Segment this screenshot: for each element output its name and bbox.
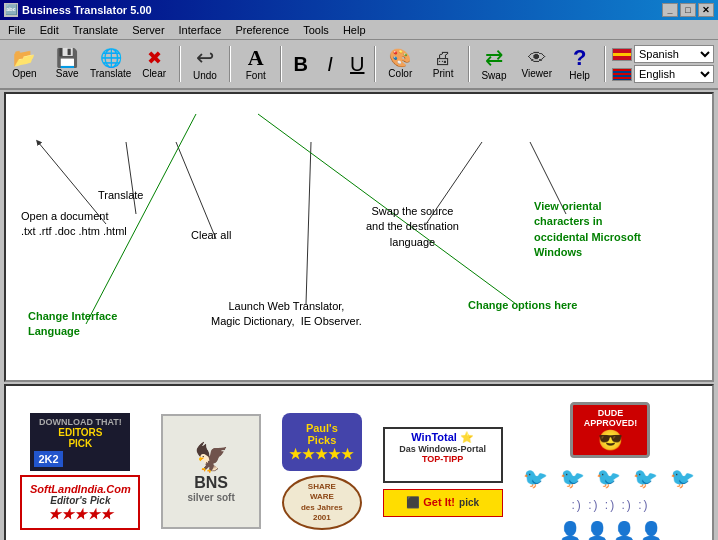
right-badges-col: WinTotal ⭐ Das Windows-Portal TOP-TIPP ⬛… (383, 427, 503, 517)
menu-preference[interactable]: Preference (229, 22, 295, 38)
bold-button[interactable]: B (286, 42, 315, 86)
viewer-button[interactable]: 👁 Viewer (516, 42, 557, 86)
menu-file[interactable]: File (2, 22, 32, 38)
window-title: Business Translator 5.00 (22, 4, 152, 16)
clear-icon: ✖ (147, 49, 162, 67)
source-language-select[interactable]: Spanish French German English (634, 45, 714, 63)
underline-button[interactable]: U (345, 42, 370, 86)
separator-3 (280, 46, 282, 82)
source-lang-row: Spanish French German English (612, 45, 714, 63)
undo-button[interactable]: ↩ Undo (185, 42, 226, 86)
birds-badge: 🐦 🐦 🐦 🐦 🐦 (523, 466, 697, 490)
svg-line-2 (176, 142, 216, 239)
pauls-picks-badge: Paul's Picks ★★★★★ (282, 413, 362, 471)
menu-tools[interactable]: Tools (297, 22, 335, 38)
annotation-swap: Swap the sourceand the destinationlangua… (366, 204, 459, 250)
minimize-button[interactable]: _ (662, 3, 678, 17)
menu-interface[interactable]: Interface (173, 22, 228, 38)
menu-edit[interactable]: Edit (34, 22, 65, 38)
color-label: Color (388, 68, 412, 79)
softland-badge: SoftLandIndia.Com Editor's Pick ★★★★★ (20, 475, 140, 530)
main-content-area: Open a document.txt .rtf .doc .htm .html… (4, 92, 714, 382)
annotation-change-interface: Change InterfaceLanguage (28, 309, 117, 340)
save-button[interactable]: 💾 Save (47, 42, 88, 86)
viewer-label: Viewer (522, 68, 552, 79)
annotation-web-translator: Launch Web Translator,Magic Dictionary, … (211, 299, 362, 330)
clear-label: Clear (142, 68, 166, 79)
menu-translate[interactable]: Translate (67, 22, 124, 38)
bold-icon: B (293, 54, 307, 74)
separator-6 (604, 46, 606, 82)
window-controls: _ □ ✕ (662, 3, 714, 17)
separator-4 (374, 46, 376, 82)
viewer-icon: 👁 (528, 49, 546, 67)
annotation-change-options: Change options here (468, 299, 577, 311)
faces-badge: 👤 👤 👤 👤 (559, 520, 662, 541)
extra-badges-col: DUDE APPROVED! 😎 🐦 🐦 🐦 🐦 🐦 :) :) :) :) :… (523, 402, 697, 541)
save-label: Save (56, 68, 79, 79)
separator-5 (468, 46, 470, 82)
translate-button[interactable]: 🌐 Translate (90, 42, 132, 86)
open-button[interactable]: 📂 Open (4, 42, 45, 86)
clear-button[interactable]: ✖ Clear (134, 42, 175, 86)
menu-help[interactable]: Help (337, 22, 372, 38)
spanish-flag-icon (612, 48, 632, 61)
underline-icon: U (350, 54, 364, 74)
banner-area: DOWNLOAD THAT! EDITORS PICK 2K2 SoftLand… (4, 384, 714, 540)
app-icon: 🔤 (4, 3, 18, 17)
svg-line-1 (126, 142, 136, 214)
swap-icon: ⇄ (485, 47, 503, 69)
separator-2 (229, 46, 231, 82)
font-label: Font (246, 70, 266, 81)
translate-icon: 🌐 (100, 49, 122, 67)
print-icon: 🖨 (434, 49, 452, 67)
print-button[interactable]: 🖨 Print (423, 42, 464, 86)
translate-label: Translate (90, 68, 131, 79)
wintotal-badge: WinTotal ⭐ Das Windows-Portal TOP-TIPP (383, 427, 503, 483)
help-button[interactable]: ? Help (559, 42, 600, 86)
swap-button[interactable]: ⇄ Swap (474, 42, 515, 86)
menu-bar: File Edit Translate Server Interface Pre… (0, 20, 718, 40)
bns-badge: 🦅 BNS silver soft (161, 414, 261, 529)
help-icon: ? (573, 47, 586, 69)
maximize-button[interactable]: □ (680, 3, 696, 17)
getit-badge: ⬛ Get It! pick (383, 489, 503, 517)
annotation-open-doc: Open a document.txt .rtf .doc .htm .html (21, 209, 127, 240)
svg-line-6 (306, 142, 311, 304)
dude-approved-badge: DUDE APPROVED! 😎 (570, 402, 650, 458)
annotation-translate: Translate (98, 189, 143, 201)
dest-lang-row: English Spanish French German (612, 65, 714, 83)
help-label: Help (569, 70, 590, 81)
font-icon: A (248, 47, 264, 69)
language-selectors: Spanish French German English English Sp… (612, 45, 714, 83)
close-button[interactable]: ✕ (698, 3, 714, 17)
shareware-badge: SHAREWAREdes Jahres2001 (282, 475, 362, 530)
smileys-badge: :) :) :) :) :) (571, 498, 649, 512)
print-label: Print (433, 68, 454, 79)
editors-pick-badge: DOWNLOAD THAT! EDITORS PICK 2K2 (30, 413, 130, 471)
middle-badges-col: Paul's Picks ★★★★★ SHAREWAREdes Jahres20… (282, 413, 362, 530)
open-icon: 📂 (13, 49, 35, 67)
undo-label: Undo (193, 70, 217, 81)
italic-icon: I (327, 54, 333, 74)
menu-server[interactable]: Server (126, 22, 170, 38)
font-button[interactable]: A Font (235, 42, 276, 86)
open-label: Open (12, 68, 36, 79)
separator-1 (179, 46, 181, 82)
dest-language-select[interactable]: English Spanish French German (634, 65, 714, 83)
swap-label: Swap (481, 70, 506, 81)
color-button[interactable]: 🎨 Color (380, 42, 421, 86)
undo-icon: ↩ (196, 47, 214, 69)
english-flag-icon (612, 68, 632, 81)
toolbar: 📂 Open 💾 Save 🌐 Translate ✖ Clear ↩ Undo… (0, 40, 718, 90)
title-bar: 🔤 Business Translator 5.00 _ □ ✕ (0, 0, 718, 20)
annotation-viewer: View orientalcharacters inoccidental Mic… (534, 199, 641, 261)
italic-button[interactable]: I (317, 42, 342, 86)
color-icon: 🎨 (389, 49, 411, 67)
save-icon: 💾 (56, 49, 78, 67)
annotation-clear-all: Clear all (191, 229, 231, 241)
